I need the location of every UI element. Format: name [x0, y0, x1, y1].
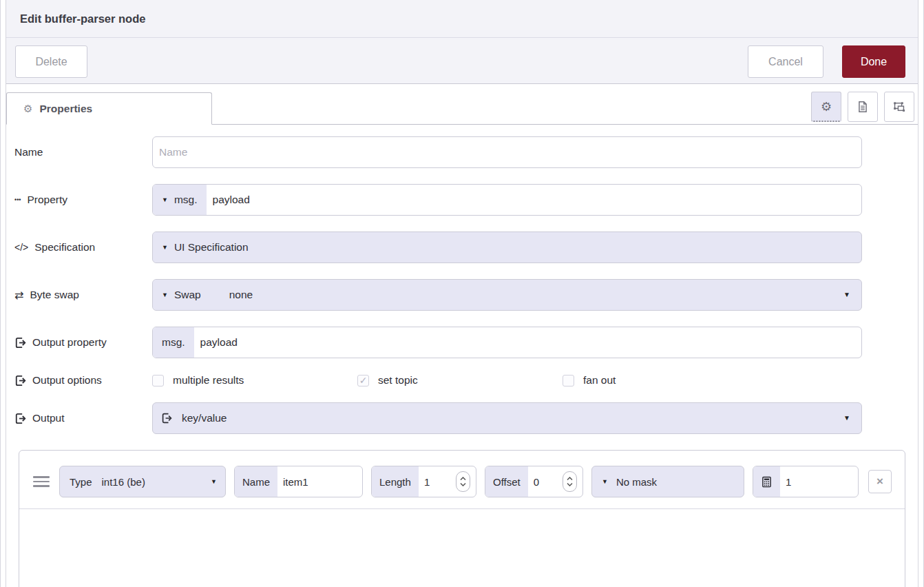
ellipsis-icon: •••: [14, 196, 21, 203]
drag-handle-icon[interactable]: [33, 476, 51, 487]
row-property: ••• Property ▼ msg.: [14, 184, 862, 216]
sign-out-icon: [14, 337, 26, 349]
item-mask-value: No mask: [616, 476, 657, 488]
multiple-results-checkbox[interactable]: [152, 375, 164, 387]
property-input[interactable]: [207, 185, 861, 215]
output-property-label: Output property: [14, 336, 152, 349]
option-set-topic: set topic: [357, 374, 563, 387]
item-scale-field: [753, 466, 859, 497]
caret-down-icon: ▼: [843, 415, 861, 422]
caret-down-icon: ▼: [843, 291, 861, 298]
appearance-icon: [892, 100, 906, 114]
output-label: Output: [14, 412, 152, 424]
byte-swap-type-button[interactable]: ▼ Swap: [153, 280, 210, 310]
name-input[interactable]: [153, 137, 861, 167]
item-type-select[interactable]: Type int16 (be) ▼: [59, 466, 226, 497]
delete-button[interactable]: Delete: [15, 45, 87, 78]
property-type-button[interactable]: ▼ msg.: [153, 185, 207, 215]
row-specification: </> Specification ▼ UI Specification: [14, 231, 862, 263]
item-type-value: int16 (be): [102, 476, 145, 488]
sign-out-icon: [14, 375, 26, 387]
specification-label: </> Specification: [14, 241, 152, 254]
swap-arrows-icon: ⇄: [14, 289, 23, 302]
document-icon: [857, 101, 869, 113]
caret-down-icon: ▼: [211, 479, 217, 485]
row-name: Name: [14, 136, 862, 168]
dialog-header: Edit buffer-parser node: [6, 0, 918, 38]
description-section-button[interactable]: [848, 92, 878, 122]
name-label: Name: [14, 146, 152, 158]
caret-down-icon: ▼: [162, 292, 168, 298]
gear-icon: ⚙: [821, 99, 832, 114]
sign-out-icon: [14, 413, 26, 424]
gear-icon: ⚙: [23, 103, 32, 115]
item-name-field: Name: [234, 466, 363, 497]
close-icon: ×: [876, 475, 883, 488]
sign-out-icon: [153, 413, 172, 424]
parser-item-row: Type int16 (be) ▼ Name Length: [19, 451, 905, 509]
output-select-value: key/value: [182, 412, 227, 424]
output-select[interactable]: key/value ▼: [152, 402, 862, 434]
item-length-label: Length: [372, 466, 419, 497]
edit-node-dialog: Edit buffer-parser node Delete Cancel Do…: [0, 0, 924, 587]
tab-properties-label: Properties: [39, 103, 92, 115]
dialog-inner: Edit buffer-parser node Delete Cancel Do…: [6, 0, 918, 587]
editor-tab-bar: ⚙ Properties ⚙: [6, 84, 918, 125]
item-scale-input[interactable]: [780, 466, 858, 497]
remove-item-button[interactable]: ×: [868, 470, 892, 493]
property-label: ••• Property: [14, 194, 152, 206]
option-multiple-results: multiple results: [152, 374, 357, 387]
byte-swap-value: none: [229, 289, 253, 301]
caret-down-icon: ▼: [162, 197, 168, 203]
caret-down-icon: ▼: [602, 479, 608, 485]
calculator-icon[interactable]: [753, 466, 780, 497]
properties-section-button[interactable]: ⚙: [811, 92, 841, 122]
item-length-input[interactable]: [419, 466, 456, 497]
editor-section-icons: ⚙: [811, 92, 918, 122]
caret-down-icon: ▼: [162, 245, 168, 251]
output-property-input[interactable]: [194, 327, 861, 358]
row-output: Output key/value ▼: [14, 402, 862, 434]
fan-out-checkbox[interactable]: [563, 375, 574, 387]
dialog-title: Edit buffer-parser node: [20, 12, 145, 25]
byte-swap-label: ⇄ Byte swap: [14, 289, 152, 302]
specification-field[interactable]: ▼ UI Specification: [152, 231, 862, 263]
code-icon: </>: [14, 242, 28, 253]
output-property-type-button[interactable]: msg.: [153, 327, 194, 358]
byte-swap-field[interactable]: ▼ Swap none ▼: [152, 279, 862, 311]
set-topic-checkbox[interactable]: [357, 375, 369, 387]
option-fan-out: fan out: [563, 374, 768, 387]
parser-items-list: Type int16 (be) ▼ Name Length: [19, 450, 905, 587]
name-field: [152, 136, 862, 168]
cancel-button[interactable]: Cancel: [748, 45, 823, 78]
item-name-input[interactable]: [277, 466, 362, 497]
dialog-button-bar: Delete Cancel Done: [6, 38, 918, 84]
row-output-property: Output property msg.: [14, 327, 862, 358]
specification-type-button[interactable]: ▼ UI Specification: [153, 232, 258, 262]
properties-form: Name ••• Property ▼ msg. </> Speci: [6, 125, 918, 434]
property-field: ▼ msg.: [152, 184, 862, 216]
appearance-section-button[interactable]: [884, 92, 914, 122]
item-offset-label: Offset: [485, 466, 528, 497]
row-byte-swap: ⇄ Byte swap ▼ Swap none ▼: [14, 279, 862, 311]
item-offset-field: Offset: [485, 466, 583, 497]
length-spinner[interactable]: [456, 471, 470, 492]
item-length-field: Length: [371, 466, 476, 497]
offset-spinner[interactable]: [563, 471, 577, 492]
item-name-label: Name: [235, 466, 277, 497]
item-offset-input[interactable]: [528, 466, 563, 497]
tab-properties[interactable]: ⚙ Properties: [6, 92, 212, 125]
done-button[interactable]: Done: [842, 45, 905, 78]
row-output-options: Output options multiple results set topi…: [14, 374, 862, 387]
output-property-field: msg.: [152, 327, 862, 358]
output-options-label: Output options: [14, 374, 152, 387]
item-mask-select[interactable]: ▼ No mask: [591, 466, 744, 497]
